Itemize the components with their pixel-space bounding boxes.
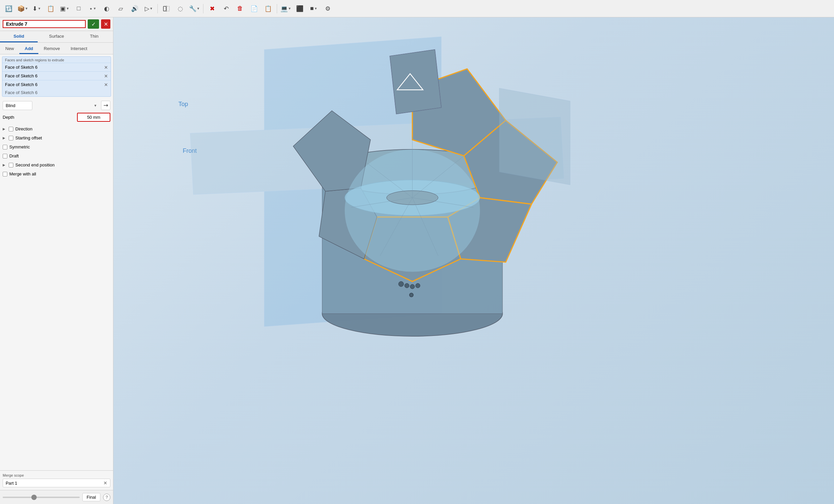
toolbar-icon-mirror[interactable] (160, 3, 172, 15)
face-item-4-partial: Face of Sketch 6 (2, 89, 111, 96)
merge-all-label: Merge with all (9, 172, 36, 176)
toolbar-icon-thread[interactable]: 🔊 (129, 3, 141, 15)
draft-label: Draft (9, 153, 19, 158)
svg-point-36 (410, 284, 415, 289)
svg-marker-4 (107, 104, 108, 107)
starting-offset-expand-icon: ▶ (3, 136, 7, 140)
toolbar-sep-1 (157, 4, 158, 13)
face-item-2-label: Face of Sketch 6 (5, 73, 38, 79)
merge-scope-label: Merge scope (3, 473, 110, 477)
svg-point-37 (416, 284, 420, 288)
depth-row: Depth (3, 113, 110, 122)
end-condition-row: Blind Up to face Up to vertex Up to body… (3, 101, 110, 110)
main-area: Extrude 7 ✓ ✕ Solid Surface Thin New Add… (0, 17, 834, 504)
final-button[interactable]: Final (82, 493, 101, 501)
tab-surface[interactable]: Surface (38, 31, 75, 42)
toolbar-icon-box[interactable]: ▣▼ (59, 3, 71, 15)
panel-header: Extrude 7 ✓ ✕ (0, 17, 113, 31)
toolbar-icon-section[interactable]: ⬛ (294, 3, 306, 15)
toolbar-icon-view[interactable]: 💻▼ (280, 3, 292, 15)
symmetric-checkbox[interactable] (3, 145, 7, 149)
timeline-slider[interactable] (3, 497, 80, 498)
toolbar-icon-shell[interactable]: 📦▼ (17, 3, 29, 15)
tab-remove[interactable]: Remove (38, 44, 65, 54)
toolbar-icon-import[interactable]: ⬇▼ (31, 3, 43, 15)
starting-offset-row[interactable]: ▶ Starting offset (3, 133, 110, 143)
svg-marker-32 (499, 88, 570, 185)
face-item-1-remove[interactable]: ✕ (104, 65, 108, 70)
second-end-checkbox[interactable] (9, 163, 13, 168)
tab-add[interactable]: Add (19, 44, 38, 54)
merge-part-remove[interactable]: ✕ (103, 480, 107, 486)
toolbar-icon-fillet[interactable]: ◐ (101, 3, 113, 15)
toolbar-icon-boolean[interactable]: ◌ (174, 3, 186, 15)
cancel-button[interactable]: ✕ (101, 19, 110, 29)
viewport[interactable]: Top Front (113, 17, 834, 504)
viewport-3d-model (113, 17, 834, 504)
end-condition-select[interactable]: Blind Up to face Up to vertex Up to body… (3, 101, 32, 110)
svg-rect-0 (163, 6, 166, 11)
toolbar-icon-chamfer[interactable]: ▱ (115, 3, 127, 15)
tab-intersect[interactable]: Intersect (65, 44, 93, 54)
timeline-slider-row: Final ? (0, 490, 113, 504)
face-item-3-remove[interactable]: ✕ (104, 82, 108, 87)
toolbar-icon-cancel-op[interactable]: ✖ (206, 3, 218, 15)
direction-row[interactable]: ▶ Direction (3, 125, 110, 133)
symmetric-label: Symmetric (9, 145, 30, 149)
flip-direction-button[interactable] (101, 101, 110, 110)
second-end-row[interactable]: ▶ Second end position (3, 160, 110, 170)
face-item-2-remove[interactable]: ✕ (104, 74, 108, 79)
toolbar-icon-assembly[interactable]: 🔧▼ (189, 3, 200, 15)
tab-thin[interactable]: Thin (75, 31, 113, 42)
toolbar-sep-2 (203, 4, 203, 13)
toolbar-icon-copy[interactable]: 📄 (248, 3, 260, 15)
merge-all-row[interactable]: Merge with all (3, 170, 110, 178)
toolbar-icon-appearance[interactable]: ■▼ (308, 3, 320, 15)
direction-checkbox[interactable] (9, 127, 13, 131)
depth-label: Depth (3, 115, 19, 120)
merge-all-checkbox[interactable] (3, 172, 7, 176)
faces-section-label: Faces and sketch regions to extrude (2, 57, 111, 63)
face-item-1[interactable]: Face of Sketch 6 ✕ (2, 63, 111, 71)
starting-offset-label: Starting offset (15, 135, 42, 140)
tab-solid[interactable]: Solid (0, 31, 38, 42)
tab-new[interactable]: New (0, 44, 19, 54)
toolbar-sep-3 (277, 4, 277, 13)
panel-title[interactable]: Extrude 7 (3, 20, 86, 28)
toolbar-icon-transform[interactable]: ▷▼ (143, 3, 155, 15)
depth-input[interactable] (77, 113, 110, 122)
toolbar: 🔃 📦▼ ⬇▼ 📋 ▣▼ □ ⋆▼ ◐ ▱ 🔊 ▷▼ ◌ 🔧▼ ✖ ↶ 🗑 📄 … (0, 0, 834, 17)
toolbar-icon-delete[interactable]: 🗑 (234, 3, 246, 15)
direction-expand-icon: ▶ (3, 127, 7, 131)
svg-marker-30 (390, 50, 441, 114)
help-button[interactable]: ? (103, 494, 110, 501)
toolbar-icon-undo[interactable]: ↶ (220, 3, 232, 15)
faces-section: Faces and sketch regions to extrude Face… (2, 57, 111, 97)
symmetric-row[interactable]: Symmetric (3, 143, 110, 151)
merge-part-name: Part 1 (6, 481, 102, 486)
toolbar-icon-pattern[interactable]: ⋆▼ (87, 3, 99, 15)
toolbar-icon-clipboard[interactable]: 📋 (45, 3, 57, 15)
draft-checkbox[interactable] (3, 154, 7, 158)
op-tabs: New Add Remove Intersect (0, 43, 113, 54)
type-tabs: Solid Surface Thin (0, 31, 113, 43)
toolbar-icon-rotate[interactable]: 🔃 (3, 3, 15, 15)
confirm-button[interactable]: ✓ (88, 19, 99, 29)
merge-scope-section: Merge scope Part 1 ✕ (0, 470, 113, 490)
left-panel: Extrude 7 ✓ ✕ Solid Surface Thin New Add… (0, 17, 113, 504)
toolbar-icon-settings[interactable]: ⚙ (322, 3, 334, 15)
end-condition-wrapper: Blind Up to face Up to vertex Up to body… (3, 101, 100, 110)
svg-point-38 (410, 293, 414, 297)
svg-point-34 (398, 282, 403, 286)
face-item-3-label: Face of Sketch 6 (5, 82, 38, 87)
toolbar-icon-surface[interactable]: □ (73, 3, 85, 15)
svg-point-35 (404, 284, 409, 288)
face-item-3[interactable]: Face of Sketch 6 ✕ (2, 80, 111, 89)
face-item-1-label: Face of Sketch 6 (5, 65, 38, 70)
svg-rect-1 (167, 6, 169, 11)
second-end-label: Second end position (15, 162, 55, 168)
starting-offset-checkbox[interactable] (9, 136, 13, 140)
draft-row[interactable]: Draft (3, 151, 110, 160)
face-item-2[interactable]: Face of Sketch 6 ✕ (2, 71, 111, 80)
toolbar-icon-paste[interactable]: 📋 (262, 3, 274, 15)
